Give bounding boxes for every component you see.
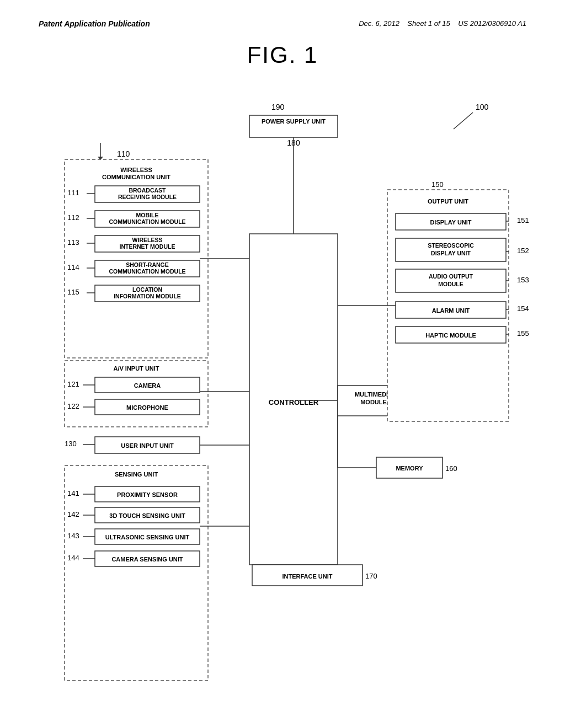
svg-text:RECEIVING MODULE: RECEIVING MODULE	[118, 194, 177, 200]
svg-text:CAMERA SENSING UNIT: CAMERA SENSING UNIT	[111, 556, 183, 563]
ref-115: 115	[67, 288, 79, 296]
svg-text:COMMUNICATION UNIT: COMMUNICATION UNIT	[102, 174, 170, 180]
svg-text:3D TOUCH SENSING UNIT: 3D TOUCH SENSING UNIT	[109, 512, 185, 519]
wireless-comm-label: WIRELESS	[120, 167, 152, 173]
svg-line-0	[454, 113, 473, 129]
svg-text:COMMUNICATION MODULE: COMMUNICATION MODULE	[109, 218, 185, 225]
svg-text:USER INPUT UNIT: USER INPUT UNIT	[121, 442, 174, 449]
power-supply-label: POWER SUPPLY UNIT	[262, 118, 326, 125]
ref-152: 152	[517, 247, 529, 255]
ref-143: 143	[67, 532, 79, 540]
header-left: Patent Application Publication	[39, 19, 150, 28]
svg-text:MICROPHONE: MICROPHONE	[126, 404, 168, 411]
svg-text:DISPLAY UNIT: DISPLAY UNIT	[430, 219, 471, 226]
ref-100: 100	[476, 103, 489, 111]
svg-text:INTERNET MODULE: INTERNET MODULE	[120, 243, 175, 250]
controller-label: CONTROLLER	[269, 398, 319, 406]
figure-title: FIG. 1	[22, 42, 543, 68]
ref-170: 170	[365, 572, 377, 580]
ref-110: 110	[117, 149, 130, 158]
ref-113: 113	[67, 238, 79, 247]
diagram: 100 190 POWER SUPPLY UNIT 180 110 WIRELE…	[34, 85, 531, 692]
ref-121: 121	[67, 380, 79, 388]
ref-154: 154	[517, 304, 529, 313]
header: Patent Application Publication Dec. 6, 2…	[22, 11, 543, 31]
header-middle: Dec. 6, 2012 Sheet 1 of 15 US 2012/03069…	[359, 19, 526, 28]
ref-141: 141	[67, 489, 79, 497]
sensing-label: SENSING UNIT	[115, 471, 158, 478]
av-input-label: A/V INPUT UNIT	[113, 365, 159, 372]
svg-text:SHORT-RANGE: SHORT-RANGE	[126, 261, 169, 268]
svg-text:ULTRASONIC SENSING UNIT: ULTRASONIC SENSING UNIT	[105, 534, 190, 540]
ref-190: 190	[271, 103, 285, 111]
svg-text:WIRELESS: WIRELESS	[132, 237, 163, 243]
svg-text:PROXIMITY SENSOR: PROXIMITY SENSOR	[117, 491, 178, 498]
svg-text:MEMORY: MEMORY	[396, 465, 423, 472]
ref-122: 122	[67, 402, 79, 410]
ref-155: 155	[517, 329, 529, 338]
svg-text:INFORMATION MODULE: INFORMATION MODULE	[114, 293, 181, 299]
ref-144: 144	[67, 554, 79, 562]
svg-text:HAPTIC MODULE: HAPTIC MODULE	[425, 332, 476, 339]
svg-text:MODULE: MODULE	[360, 399, 387, 405]
svg-text:COMMUNICATION MODULE: COMMUNICATION MODULE	[109, 268, 185, 275]
svg-text:STEREOSCOPIC: STEREOSCOPIC	[428, 242, 474, 249]
ref-151: 151	[517, 216, 529, 224]
svg-text:AUDIO OUTPUT: AUDIO OUTPUT	[429, 273, 473, 280]
svg-text:DISPLAY UNIT: DISPLAY UNIT	[431, 250, 471, 256]
svg-text:MOBILE: MOBILE	[136, 212, 159, 218]
ref-153: 153	[517, 276, 529, 284]
page: Patent Application Publication Dec. 6, 2…	[0, 0, 565, 728]
ref-130: 130	[65, 440, 77, 448]
svg-text:MODULE: MODULE	[438, 281, 463, 287]
svg-text:INTERFACE UNIT: INTERFACE UNIT	[282, 573, 332, 580]
svg-text:CAMERA: CAMERA	[134, 382, 161, 389]
output-label: OUTPUT UNIT	[428, 198, 468, 205]
svg-text:ALARM UNIT: ALARM UNIT	[432, 307, 470, 314]
ref-142: 142	[67, 510, 79, 518]
svg-text:MULTIMEDIA: MULTIMEDIA	[355, 391, 392, 398]
ref-112: 112	[67, 213, 79, 222]
ref-111: 111	[67, 189, 79, 197]
ref-160: 160	[445, 464, 457, 473]
ref-150: 150	[431, 180, 444, 189]
ref-114: 114	[67, 263, 79, 271]
svg-text:LOCATION: LOCATION	[132, 286, 162, 293]
svg-text:BROADCAST: BROADCAST	[129, 187, 166, 194]
